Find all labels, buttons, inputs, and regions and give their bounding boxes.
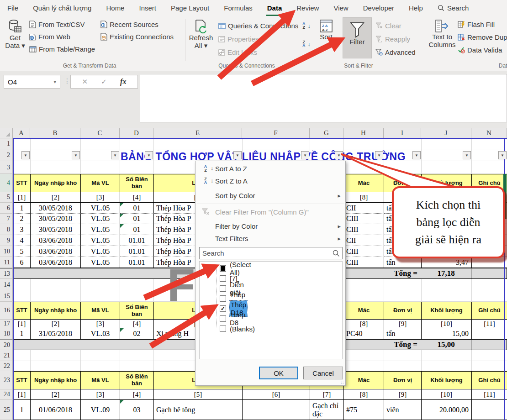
cell[interactable]: [2] (31, 192, 81, 203)
cell[interactable]: [9] (384, 389, 422, 400)
cell[interactable]: [7] (310, 389, 344, 400)
autofilter-button-a[interactable]: ▼ (21, 151, 30, 159)
cell[interactable]: [2] (31, 389, 81, 400)
cell[interactable]: Ngày nhập kho (31, 372, 81, 389)
cell[interactable]: Khối lượng (422, 372, 472, 389)
cell[interactable]: [4] (120, 192, 154, 203)
tab-file[interactable]: File (6, 0, 19, 16)
row-header-1[interactable]: 1 (0, 138, 13, 149)
text-to-columns-button[interactable]: Text to Columns (428, 19, 456, 48)
sort-ascending-button[interactable]: AZ↓ (302, 22, 311, 29)
row-header-2[interactable]: 2 (0, 149, 13, 161)
cell[interactable]: VL.09 (81, 400, 120, 420)
cell[interactable]: VL.03 (81, 328, 120, 339)
cell[interactable]: 01.01 (120, 257, 154, 268)
cell[interactable]: [3] (81, 192, 120, 203)
cell[interactable]: CIII (344, 224, 384, 235)
insert-function-icon[interactable]: fx (120, 78, 126, 86)
row-header-4[interactable]: 4 (0, 174, 13, 192)
from-web-button[interactable]: From Web (29, 33, 70, 41)
cell[interactable]: 01 (120, 214, 154, 224)
properties-button[interactable]: Properties (218, 35, 259, 43)
cell[interactable]: VL.05 (81, 257, 120, 268)
cell[interactable]: Khối lượng (422, 302, 472, 320)
ok-button[interactable]: OK (259, 367, 298, 379)
column-header-g[interactable]: G (310, 128, 343, 138)
autofilter-button-f[interactable]: ▼ (301, 151, 309, 159)
formula-input[interactable] (140, 74, 507, 122)
cell[interactable]: 3,47 (422, 257, 472, 268)
row-header-20[interactable]: 20 (0, 339, 13, 350)
cell[interactable] (471, 340, 507, 350)
cell[interactable]: 30/05/2018 (31, 214, 81, 224)
cell[interactable]: VL.05 (81, 246, 120, 257)
advanced-filter-button[interactable]: Advanced (375, 48, 416, 56)
name-box-dropdown-icon[interactable]: ▾ (53, 79, 56, 85)
checkbox-unchecked-icon[interactable] (220, 295, 226, 302)
cell[interactable]: [11] (472, 389, 507, 400)
cell[interactable]: 30/05/2018 (31, 203, 81, 214)
sort-descending-button[interactable]: ZA↓ (302, 40, 311, 47)
tab-insert[interactable]: Insert (138, 0, 157, 16)
cell[interactable]: tấn (384, 328, 422, 339)
cell[interactable] (243, 400, 310, 420)
cell[interactable]: STT (13, 174, 31, 192)
cell[interactable]: [4] (120, 389, 154, 400)
cell[interactable]: 01.01 (120, 246, 154, 257)
cell[interactable]: Mác (344, 372, 384, 389)
cell[interactable]: [11] (472, 320, 507, 328)
cell[interactable] (472, 328, 507, 339)
data-validation-button[interactable]: Data Valida (458, 46, 502, 54)
cell[interactable]: [10] (422, 389, 472, 400)
column-header-i[interactable]: I (384, 128, 421, 138)
autofilter-button-g[interactable]: ▼ (335, 151, 343, 159)
cell[interactable]: VL.05 (81, 224, 120, 235)
autofilter-button-h[interactable]: ▼ (375, 151, 383, 159)
cell[interactable]: Đơn vị (384, 302, 422, 320)
remove-duplicates-button[interactable]: Remove Dup (458, 33, 507, 41)
cell[interactable]: Mã VL (81, 174, 120, 192)
cell[interactable]: 03/06/2018 (31, 257, 81, 268)
checkbox-checked-icon[interactable] (220, 305, 226, 312)
cell[interactable]: Mã VL (81, 372, 120, 389)
autofilter-button-j[interactable]: ▼ (463, 151, 471, 159)
row-header-9[interactable]: 9 (0, 235, 13, 246)
tab-developer[interactable]: Developer (362, 0, 395, 16)
cell[interactable]: 31/05/2018 (31, 328, 81, 339)
cell[interactable]: [1] (13, 389, 31, 400)
name-box[interactable]: O4 ▾ (4, 75, 60, 89)
cell[interactable]: Mác (344, 302, 384, 320)
tab-search[interactable]: Search (437, 0, 470, 16)
row-header-11[interactable]: 11 (0, 257, 13, 268)
checkbox-unchecked-icon[interactable] (220, 326, 226, 332)
cell[interactable] (472, 257, 507, 268)
cell[interactable]: viên (384, 400, 422, 420)
enter-entry-icon[interactable]: ✓ (101, 78, 107, 86)
cell[interactable]: 01/06/2018 (31, 400, 81, 420)
cell[interactable]: [4] (120, 320, 154, 328)
cancel-button[interactable]: Cancel (303, 367, 343, 379)
recent-sources-button[interactable]: Recent Sources (100, 21, 158, 28)
column-header-b[interactable]: B (30, 128, 80, 138)
cell[interactable]: Gạch bê tông (154, 400, 243, 420)
cell[interactable]: [1] (13, 320, 31, 328)
row-header-7[interactable]: 7 (0, 214, 13, 224)
autofilter-button-n[interactable]: ▼ (498, 151, 507, 159)
column-header-h[interactable]: H (343, 128, 384, 138)
cell[interactable]: Ghi chú (472, 372, 507, 389)
cell[interactable]: Số Biên bản (120, 174, 154, 192)
cell[interactable]: [5] (154, 389, 243, 400)
edit-links-button[interactable]: Edit Links (218, 48, 257, 56)
tab-home[interactable]: Home (105, 0, 125, 16)
tab-quan-ly-chat-luong[interactable]: Quản lý chất lượng (32, 0, 92, 16)
cell[interactable]: Mã VL (81, 302, 120, 320)
row-header-8[interactable]: 8 (0, 224, 13, 235)
column-header-f[interactable]: F (242, 128, 310, 138)
row-header-13[interactable]: 13 (0, 268, 13, 279)
cell[interactable]: [8] (344, 320, 384, 328)
column-header-c[interactable]: C (80, 128, 120, 138)
column-header-j[interactable]: J (421, 128, 471, 138)
column-header-e[interactable]: E (153, 128, 242, 138)
cell[interactable]: Mác (344, 174, 384, 192)
cell[interactable]: VL.05 (81, 203, 120, 214)
